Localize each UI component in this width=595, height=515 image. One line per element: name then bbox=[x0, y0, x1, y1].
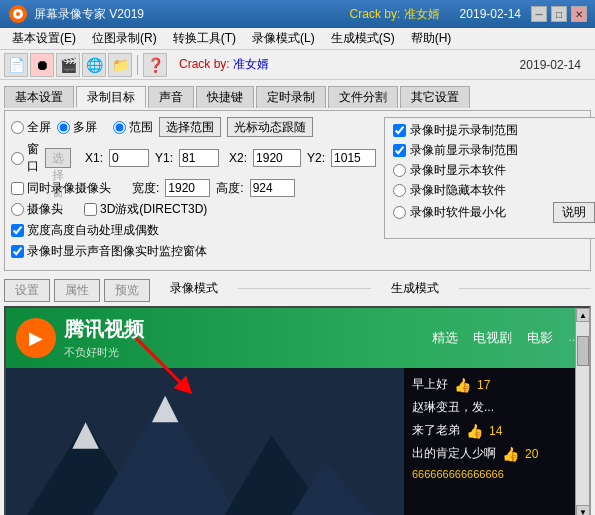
radio-window[interactable]: 窗口 bbox=[11, 141, 39, 175]
x2-input[interactable] bbox=[253, 149, 301, 167]
content-area: 早上好 👍 17 赵琳变丑，发... 来了老弟 👍 14 出的肯定人少啊 bbox=[6, 368, 589, 515]
check-even[interactable]: 宽度高度自动处理成偶数 bbox=[11, 222, 159, 239]
tab-file-split[interactable]: 文件分割 bbox=[328, 86, 398, 108]
scroll-down[interactable]: ▼ bbox=[576, 505, 589, 515]
radio-multiscreen[interactable]: 多屏 bbox=[57, 119, 97, 136]
tab-sound[interactable]: 声音 bbox=[148, 86, 194, 108]
msg1-text: 赵琳变丑，发... bbox=[412, 399, 494, 416]
menu-convert-tool[interactable]: 转换工具(T) bbox=[165, 28, 244, 49]
maximize-button[interactable]: □ bbox=[551, 6, 567, 22]
select-window-button[interactable]: 选择窗口 bbox=[45, 148, 71, 168]
like-icon-1: 👍 bbox=[454, 377, 471, 393]
preview-button[interactable]: 预览 bbox=[104, 279, 150, 302]
toolbar-help[interactable]: ❓ bbox=[143, 53, 167, 77]
show-range-before-cb[interactable] bbox=[393, 144, 406, 157]
red-arrow-overlay bbox=[126, 328, 206, 411]
crack-info: Crack by: 准女婿 bbox=[350, 6, 440, 23]
toolbar-separator bbox=[137, 55, 138, 75]
radio-area[interactable]: 范围 bbox=[113, 119, 153, 136]
y1-input[interactable] bbox=[179, 149, 219, 167]
explain-button[interactable]: 说明 bbox=[553, 202, 595, 223]
check-show-range-before: 录像前显示录制范围 bbox=[393, 142, 595, 159]
toolbar-new[interactable]: 📄 bbox=[4, 53, 28, 77]
menu-basic-settings[interactable]: 基本设置(E) bbox=[4, 28, 84, 49]
camera-3d-row: 摄像头 3D游戏(DIRECT3D) bbox=[11, 201, 376, 218]
camera-checkbox[interactable] bbox=[11, 182, 24, 195]
nav-movie[interactable]: 电影 bbox=[527, 329, 553, 347]
menu-help[interactable]: 帮助(H) bbox=[403, 28, 460, 49]
check-3d[interactable]: 3D游戏(DIRECT3D) bbox=[84, 201, 207, 218]
height-input[interactable] bbox=[250, 179, 295, 197]
tab-record-target[interactable]: 录制目标 bbox=[76, 86, 146, 108]
menu-generate-mode[interactable]: 生成模式(S) bbox=[323, 28, 403, 49]
radio-fullscreen-input[interactable] bbox=[11, 121, 24, 134]
nav-tv[interactable]: 电视剧 bbox=[473, 329, 512, 347]
tencent-nav: 精选 电视剧 电影 ... bbox=[432, 329, 579, 347]
window-controls: ─ □ ✕ bbox=[531, 6, 587, 22]
show-range-record-label: 录像时提示录制范围 bbox=[410, 122, 518, 139]
action-buttons: 设置 属性 预览 bbox=[4, 279, 150, 302]
close-button[interactable]: ✕ bbox=[571, 6, 587, 22]
x2-label: X2: bbox=[229, 151, 247, 165]
window-row: 窗口 选择窗口 X1: 0 Y1: X2: Y2: bbox=[11, 141, 376, 175]
recording-mode-label: 录像模式 bbox=[170, 280, 218, 297]
minimize-button[interactable]: ─ bbox=[531, 6, 547, 22]
sound-monitor-cb[interactable] bbox=[11, 245, 24, 258]
like-count-1: 17 bbox=[477, 378, 490, 392]
check-minimize: 录像时软件最小化 说明 bbox=[393, 202, 595, 223]
select-area-button[interactable]: 选择范围 bbox=[159, 117, 221, 137]
tab-shortcut[interactable]: 快捷键 bbox=[196, 86, 254, 108]
chat-msg1: 赵琳变丑，发... bbox=[412, 399, 581, 416]
show-software-rb[interactable] bbox=[393, 164, 406, 177]
nav-featured[interactable]: 精选 bbox=[432, 329, 458, 347]
preview-inner: ▶ 腾讯视频 不负好时光 精选 电视剧 电影 ... bbox=[6, 308, 589, 515]
tencent-play-icon: ▶ bbox=[16, 318, 56, 358]
hide-software-label: 录像时隐藏本软件 bbox=[410, 182, 506, 199]
toolbar-globe[interactable]: 🌐 bbox=[82, 53, 106, 77]
chat-msg2: 来了老弟 👍 14 bbox=[412, 422, 581, 439]
tab-basic-settings[interactable]: 基本设置 bbox=[4, 86, 74, 108]
menu-bitmap-record[interactable]: 位图录制(R) bbox=[84, 28, 165, 49]
radio-camera-input[interactable] bbox=[11, 203, 24, 216]
show-range-record-cb[interactable] bbox=[393, 124, 406, 137]
radio-fullscreen[interactable]: 全屏 bbox=[11, 119, 51, 136]
x1-label: X1: bbox=[85, 151, 103, 165]
vertical-scrollbar[interactable]: ▲ ▼ bbox=[575, 368, 589, 515]
radio-window-input[interactable] bbox=[11, 152, 24, 165]
settings-button[interactable]: 设置 bbox=[4, 279, 50, 302]
process-row: 宽度高度自动处理成偶数 bbox=[11, 222, 376, 239]
properties-button[interactable]: 属性 bbox=[54, 279, 100, 302]
toolbar-record[interactable]: ⏺ bbox=[30, 53, 54, 77]
dynamic-follow-button[interactable]: 光标动态跟随 bbox=[227, 117, 313, 137]
radio-area-input[interactable] bbox=[113, 121, 126, 134]
tab-other-settings[interactable]: 其它设置 bbox=[400, 86, 470, 108]
app-logo bbox=[8, 4, 28, 24]
toolbar-date: 2019-02-14 bbox=[520, 58, 581, 72]
hide-software-rb[interactable] bbox=[393, 184, 406, 197]
left-col: 全屏 多屏 范围 选择范围 光标动态跟随 bbox=[11, 117, 376, 239]
radio-camera[interactable]: 摄像头 bbox=[11, 201, 63, 218]
chat-panel: 早上好 👍 17 赵琳变丑，发... 来了老弟 👍 14 出的肯定人少啊 bbox=[404, 368, 589, 515]
camera-dim-row: 同时录像摄像头 宽度: 高度: bbox=[11, 179, 376, 197]
width-input[interactable] bbox=[165, 179, 210, 197]
minimize-rb[interactable] bbox=[393, 206, 406, 219]
menu-record-mode[interactable]: 录像模式(L) bbox=[244, 28, 323, 49]
title-bar: 屏幕录像专家 V2019 Crack by: 准女婿 2019-02-14 ─ … bbox=[0, 0, 595, 28]
scroll-text: 666666666666666 bbox=[412, 468, 581, 480]
x1-input[interactable]: 0 bbox=[109, 149, 149, 167]
msg3-text: 出的肯定人少啊 bbox=[412, 445, 496, 462]
y2-input[interactable] bbox=[331, 149, 376, 167]
generate-mode-label: 生成模式 bbox=[391, 280, 439, 297]
even-checkbox[interactable] bbox=[11, 224, 24, 237]
tencent-header: ▶ 腾讯视频 不负好时光 精选 电视剧 电影 ... bbox=[6, 308, 589, 368]
y2-label: Y2: bbox=[307, 151, 325, 165]
chat-msg3: 出的肯定人少啊 👍 20 bbox=[412, 445, 581, 462]
check-show-range-record: 录像时提示录制范围 bbox=[393, 122, 595, 139]
3d-checkbox[interactable] bbox=[84, 203, 97, 216]
check-sound-monitor[interactable]: 录像时显示声音图像实时监控窗体 bbox=[11, 243, 207, 260]
tab-timer[interactable]: 定时录制 bbox=[256, 86, 326, 108]
toolbar-folder[interactable]: 📁 bbox=[108, 53, 132, 77]
radio-multiscreen-input[interactable] bbox=[57, 121, 70, 134]
check-camera[interactable]: 同时录像摄像头 bbox=[11, 180, 111, 197]
toolbar-video[interactable]: 🎬 bbox=[56, 53, 80, 77]
